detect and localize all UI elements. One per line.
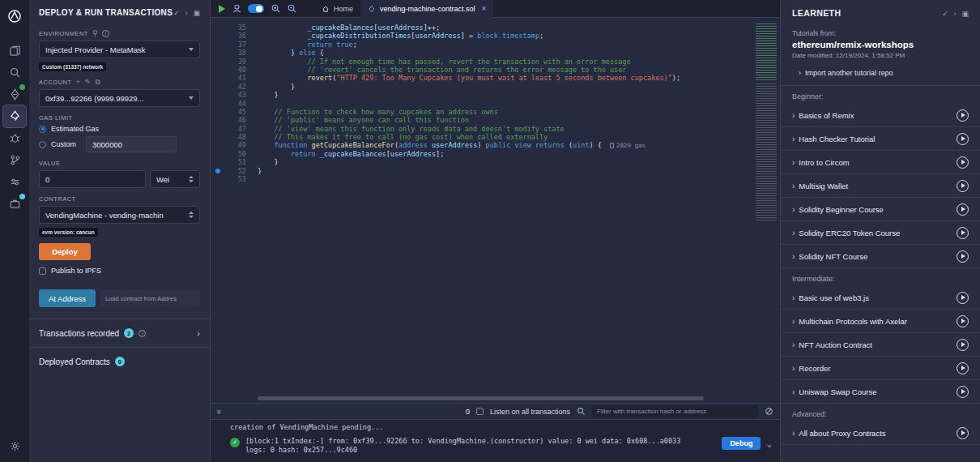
horizontal-scrollbar[interactable] (258, 396, 743, 400)
at-address-input[interactable] (100, 289, 200, 307)
publish-ipfs-checkbox[interactable] (39, 267, 46, 275)
play-tutorial-icon[interactable] (957, 386, 969, 398)
tutorial-item[interactable]: ›Solidity Beginner Course (781, 198, 980, 221)
transaction-log-entry[interactable]: ✓ [block:1 txIndex:-] from: 0xf39...9226… (230, 437, 772, 455)
minimap[interactable] (754, 24, 778, 403)
zoom-in-icon[interactable] (271, 3, 281, 14)
clear-console-icon[interactable] (765, 407, 773, 416)
import-tutorial-repo-link[interactable]: › Import another tutorial repo (792, 69, 969, 77)
source-control-icon[interactable] (3, 149, 26, 171)
run-script-icon[interactable] (219, 5, 225, 13)
expand-tx-icon[interactable]: ⌄ (766, 438, 772, 449)
expand-terminal-icon[interactable]: » (215, 409, 224, 413)
tutorial-item[interactable]: ›Basic use of web3.js (781, 286, 980, 310)
remix-ai-assistant-icon[interactable] (232, 3, 242, 14)
tutorial-item[interactable]: ›Multisig Wallet (781, 174, 980, 198)
estimated-gas-radio[interactable] (39, 126, 46, 133)
line-number[interactable]: 36 (211, 32, 258, 40)
add-account-icon[interactable]: + (76, 79, 81, 86)
play-tutorial-icon[interactable] (957, 133, 969, 145)
line-number[interactable]: 48 (211, 133, 258, 141)
pin-panel-icon[interactable]: ▣ (961, 10, 969, 18)
play-tutorial-icon[interactable] (957, 362, 969, 374)
code-editor[interactable]: 35363738394041424344454647484950515253 _… (211, 18, 780, 403)
play-tutorial-icon[interactable] (957, 292, 969, 304)
play-tutorial-icon[interactable] (957, 227, 969, 239)
tutorial-item[interactable]: ›Solidity NFT Course (781, 245, 980, 268)
tutorial-item[interactable]: ›NFT Auction Contract (781, 333, 980, 357)
tutorial-item[interactable]: ›Recorder (781, 357, 980, 380)
tab-file[interactable]: vending-machine-contract.sol × (360, 0, 493, 18)
line-number[interactable]: 52 (211, 167, 258, 175)
play-tutorial-icon[interactable] (957, 156, 969, 169)
search-icon[interactable] (3, 62, 26, 83)
info-icon[interactable]: i (102, 30, 109, 37)
line-number[interactable]: 42 (211, 83, 258, 91)
account-select[interactable]: 0xf39...92266 (9999.99929... (39, 89, 200, 107)
solidity-compiler-icon[interactable] (3, 83, 26, 105)
tutorial-item[interactable]: ›Solidity ERC20 Token Course (781, 221, 980, 245)
tab-home[interactable]: Home (314, 0, 360, 18)
chevron-right-icon[interactable]: › (953, 10, 956, 18)
line-number[interactable]: 41 (211, 74, 258, 82)
copy-icon[interactable]: ⧉ (95, 79, 100, 86)
transactions-recorded-row[interactable]: Transactions recorded 2 i › (29, 319, 210, 347)
plugin-manager-icon[interactable] (3, 171, 26, 193)
chevron-right-icon[interactable]: › (185, 9, 187, 17)
play-tutorial-icon[interactable] (957, 180, 969, 192)
file-explorer-icon[interactable] (3, 40, 26, 62)
custom-gas-input[interactable] (86, 136, 177, 152)
line-number[interactable]: 37 (211, 41, 258, 49)
line-number[interactable]: 40 (211, 66, 258, 74)
edit-icon[interactable]: ✎ (84, 79, 91, 86)
value-input[interactable]: 0 (39, 170, 146, 188)
line-number[interactable]: 51 (211, 158, 258, 166)
line-number[interactable]: 49 (211, 141, 258, 149)
deploy-button[interactable]: Deploy (39, 243, 91, 260)
deploy-run-icon[interactable] (3, 105, 26, 127)
play-tutorial-icon[interactable] (957, 315, 969, 327)
at-address-button[interactable]: At Address (39, 289, 96, 307)
breakpoint-dot[interactable] (215, 169, 220, 173)
zoom-out-icon[interactable] (287, 3, 297, 14)
debug-button[interactable]: Debug (722, 437, 761, 450)
tutorial-item[interactable]: ›Basics of Remix (781, 104, 980, 127)
search-icon[interactable] (577, 407, 586, 416)
tutorial-item[interactable]: ›Uniswap Swap Course (781, 380, 980, 404)
play-tutorial-icon[interactable] (957, 109, 969, 122)
debugger-icon[interactable] (3, 127, 26, 149)
play-tutorial-icon[interactable] (957, 250, 969, 263)
tutorial-item[interactable]: ›Multichain Protocols with Axelar (781, 310, 980, 333)
check-icon[interactable]: ✓ (173, 9, 180, 17)
tutorial-item[interactable]: ›All about Proxy Contracts (781, 421, 980, 445)
terminal-filter-input[interactable] (592, 405, 758, 417)
line-number[interactable]: 35 (211, 24, 258, 32)
deployed-contracts-row[interactable]: Deployed Contracts 0 (29, 348, 210, 375)
workspace-plugin-icon[interactable] (3, 193, 26, 215)
line-number[interactable]: 44 (211, 100, 258, 108)
environment-select[interactable]: Injected Provider - MetaMask (39, 41, 200, 58)
ai-copilot-toggle[interactable] (248, 4, 264, 13)
tutorial-item[interactable]: ›Intro to Circom (781, 151, 980, 174)
line-number[interactable]: 38 (211, 49, 258, 57)
value-unit-select[interactable]: Wei (150, 170, 200, 188)
play-tutorial-icon[interactable] (957, 203, 969, 216)
line-number[interactable]: 50 (211, 150, 258, 158)
line-number[interactable]: 39 (211, 58, 258, 66)
tutorial-item[interactable]: ›Hash Checker Tutorial (781, 127, 980, 151)
info-icon[interactable]: i (138, 330, 146, 337)
line-number[interactable]: 47 (211, 125, 258, 133)
settings-gear-icon[interactable] (3, 435, 26, 457)
play-tutorial-icon[interactable] (957, 427, 969, 439)
close-tab-icon[interactable]: × (482, 4, 487, 13)
line-number[interactable]: 46 (211, 116, 258, 124)
check-icon[interactable]: ✓ (942, 10, 948, 18)
pin-panel-icon[interactable]: ▣ (193, 9, 200, 17)
line-number[interactable]: 53 (211, 175, 258, 183)
fork-state-icon[interactable]: ⚲ (92, 30, 98, 37)
line-number[interactable]: 45 (211, 108, 258, 116)
play-tutorial-icon[interactable] (957, 339, 969, 351)
listen-transactions-checkbox[interactable] (476, 408, 484, 415)
line-number[interactable]: 43 (211, 91, 258, 99)
contract-select[interactable]: VendingMachine - vending-machin (39, 206, 200, 224)
